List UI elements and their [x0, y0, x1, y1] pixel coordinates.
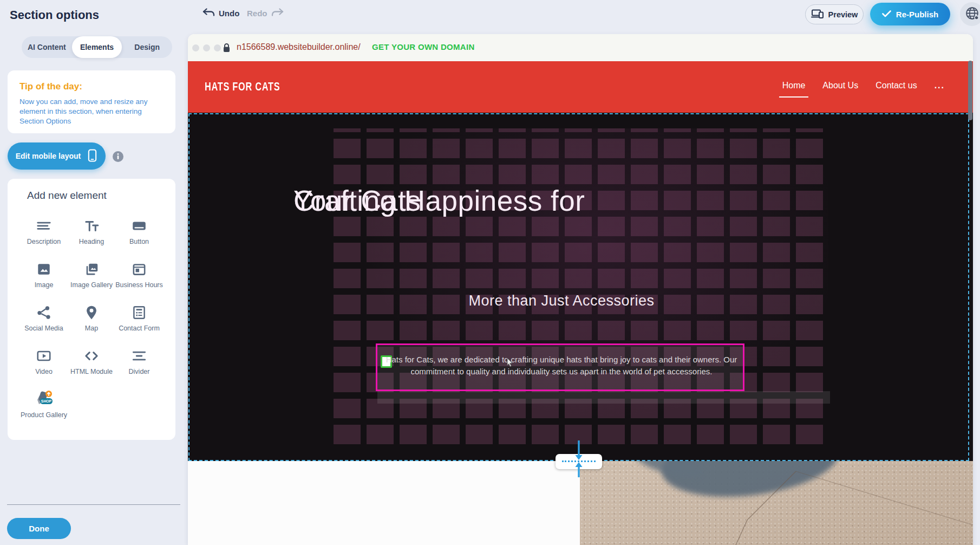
form-icon [131, 304, 147, 321]
product-gallery-icon: SHOP [33, 391, 55, 408]
nav-about-us[interactable]: About Us [822, 81, 858, 90]
site-nav: Home About Us Contact us ... [782, 81, 945, 90]
undo-icon [202, 8, 215, 18]
site-url: n1566589.websitebuilder.online/ [237, 42, 361, 52]
element-video[interactable]: Video [20, 344, 68, 387]
code-icon [83, 347, 100, 365]
element-map[interactable]: Map [68, 301, 115, 344]
divider-icon [131, 347, 147, 365]
resize-grip-dots [562, 460, 596, 462]
done-button[interactable]: Done [7, 518, 71, 539]
window-dot-icon [192, 44, 199, 51]
element-heading[interactable]: Heading [68, 214, 115, 257]
add-element-card: Add new element Description Heading Butt… [8, 179, 175, 440]
element-contact-form[interactable]: Contact Form [115, 301, 163, 344]
preview-label: Preview [828, 10, 858, 19]
element-image[interactable]: Image [20, 257, 68, 301]
element-label: Image Gallery [70, 281, 113, 289]
undo-label: Undo [219, 9, 239, 18]
button-icon [131, 217, 147, 235]
redo-label: Redo [247, 9, 267, 18]
preview-button[interactable]: Preview [805, 4, 864, 24]
devices-icon [811, 9, 824, 20]
site-preview-window: n1566589.websitebuilder.online/ GET YOUR… [188, 34, 973, 545]
tip-body: Now you can add, move and resize any ele… [19, 97, 164, 126]
language-globe-button[interactable] [960, 2, 980, 26]
window-dot-icon [203, 44, 210, 51]
svg-text:SHOP: SHOP [41, 399, 52, 403]
nav-contact-us[interactable]: Contact us [876, 81, 917, 90]
share-icon [36, 304, 52, 321]
check-icon [882, 10, 891, 19]
window-dot-icon [214, 44, 221, 51]
preview-scrollbar[interactable] [968, 61, 972, 120]
element-business-hours[interactable]: Business Hours [115, 257, 163, 301]
element-label: Button [129, 238, 149, 245]
tab-elements[interactable]: Elements [72, 36, 122, 58]
element-image-gallery[interactable]: Image Gallery [68, 257, 115, 301]
element-label: Business Hours [115, 281, 163, 289]
republish-label: Re-Publish [896, 10, 938, 19]
element-html-module[interactable]: HTML Module [68, 344, 115, 387]
tiled-floor-photo [580, 461, 973, 545]
tip-of-the-day-card: Tip of the day: Now you can add, move an… [8, 70, 175, 133]
edit-mobile-label: Edit mobile layout [16, 152, 81, 160]
tab-ai-content[interactable]: AI Content [22, 36, 72, 58]
element-divider[interactable]: Divider [115, 344, 163, 387]
element-label: Contact Form [119, 325, 160, 332]
element-button[interactable]: Button [115, 214, 163, 257]
info-icon [117, 152, 119, 161]
section-resize-handle[interactable] [556, 454, 602, 469]
image-icon [36, 261, 52, 278]
get-your-own-domain-link[interactable]: GET YOUR OWN DOMAIN [372, 42, 475, 51]
panel-divider [7, 504, 180, 505]
video-icon [36, 347, 52, 365]
element-social-media[interactable]: Social Media [20, 301, 68, 344]
element-label: Heading [79, 238, 104, 245]
hero-heading-line2: Your Cats [293, 179, 421, 223]
next-section[interactable] [188, 461, 973, 545]
redo-icon [271, 8, 284, 18]
tip-heading: Tip of the day: [19, 81, 164, 92]
site-logo[interactable]: HATS FOR CATS [205, 80, 280, 94]
add-element-title: Add new element [27, 190, 107, 202]
hero-section[interactable]: Crafting Happiness for Your Cats More th… [188, 113, 973, 461]
element-label: Video [35, 368, 53, 375]
image-gallery-icon [83, 261, 100, 278]
globe-icon [965, 6, 979, 23]
tile-seams [580, 461, 973, 545]
undo-button[interactable]: Undo [202, 8, 239, 18]
redo-button[interactable]: Redo [247, 8, 284, 18]
element-label: Image [35, 281, 54, 289]
text-lines-icon [36, 217, 52, 235]
element-label: Social Media [24, 325, 63, 332]
republish-button[interactable]: Re-Publish [870, 3, 950, 25]
phone-icon [87, 148, 97, 164]
element-grid: Description Heading Button Image Image G… [20, 214, 163, 431]
hero-subheading[interactable]: More than Just Accessories [293, 293, 829, 309]
element-label: Description [27, 238, 61, 245]
element-label: Divider [129, 368, 150, 375]
nav-home[interactable]: Home [782, 81, 806, 90]
edit-mobile-layout-button[interactable]: Edit mobile layout [8, 142, 106, 170]
description-element-selected[interactable]: Hats for Cats, we are dedicated to craft… [376, 343, 744, 391]
heading-icon [83, 217, 100, 235]
page-title: Section options [10, 8, 99, 22]
element-label: Map [85, 325, 98, 332]
hero-description: Hats for Cats, we are dedicated to craft… [383, 354, 740, 377]
nav-more-menu[interactable]: ... [935, 81, 945, 90]
info-button[interactable] [113, 151, 123, 162]
site-header: HATS FOR CATS Home About Us Contact us .… [188, 61, 973, 113]
calendar-icon [131, 261, 147, 278]
element-description[interactable]: Description [20, 214, 68, 257]
tab-design[interactable]: Design [122, 36, 172, 58]
panel-tabbar: AI Content Elements Design [22, 36, 172, 58]
browser-chrome-bar: n1566589.websitebuilder.online/ GET YOUR… [188, 34, 973, 61]
element-label: Product Gallery [21, 411, 67, 419]
map-pin-icon [83, 304, 100, 321]
drop-target-highlight [377, 391, 830, 404]
element-product-gallery[interactable]: SHOP Product Gallery [20, 387, 68, 431]
element-label: HTML Module [70, 368, 113, 375]
